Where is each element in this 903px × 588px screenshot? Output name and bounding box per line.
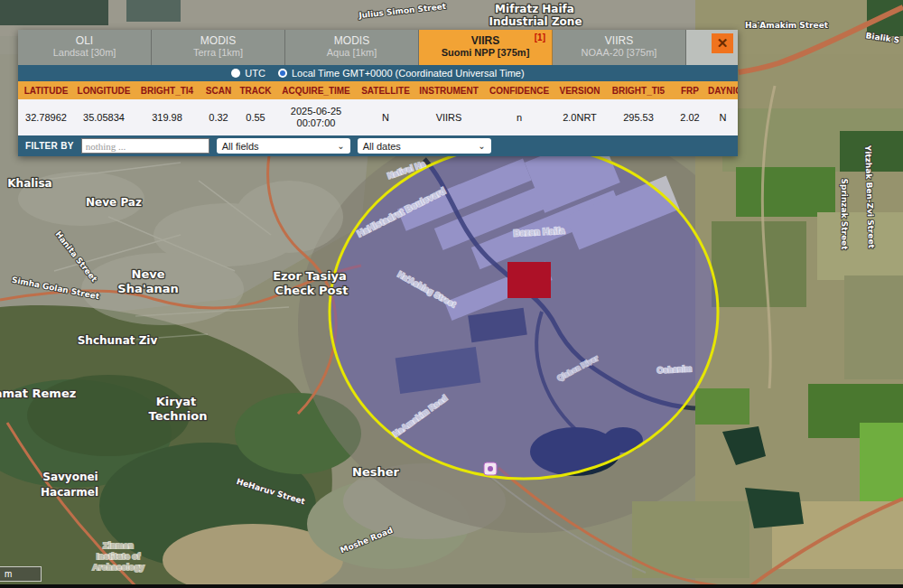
poi-marker[interactable] [484,462,497,475]
scale-bar: m [0,566,42,582]
map-label-khalisa: Khalisa [7,177,51,190]
tab-sublabel: NOAA-20 [375m] [553,47,685,59]
tab-modis-aqua[interactable]: MODIS Aqua [1km] [285,30,419,65]
cell-version: 2.0NRT [554,112,605,123]
col-acquire-time: ACQUIRE_TIME [275,86,358,96]
col-latitude: LATITUDE [18,86,74,96]
cell-bright-ti5: 295.53 [605,112,672,123]
tab-sublabel: Aqua [1km] [285,47,418,59]
filter-by-label: FILTER BY [25,141,74,151]
map-label-neve-shaanan-1: Neve [132,267,165,281]
map-label-savyonei: Savyonei [42,471,98,483]
col-frp: FRP [672,86,708,96]
firms-data-popup: OLI Landsat [30m] MODIS Terra [1km] MODI… [18,30,738,156]
table-header: LATITUDE LONGITUDE BRIGHT_TI4 SCAN TRACK… [18,81,738,99]
map-label-shchunat-ziv: Shchunat Ziv [78,334,158,347]
col-track: TRACK [237,86,275,96]
local-time-label: Local Time GMT+0000 (Coordinated Univers… [292,68,525,79]
map-label-hacarmel: Hacarmel [41,486,98,499]
cell-instrument: VIIRS [414,112,484,123]
fields-select[interactable]: All fields ⌄ [217,138,350,154]
tab-viirs-suomi-npp[interactable]: [1] VIIRS Suomi NPP [375m] [419,30,553,65]
utc-radio-option[interactable]: UTC [231,68,265,79]
cell-acquire-time: 2025-06-25 00:07:00 [275,106,358,129]
tab-label: VIIRS [419,34,552,47]
tab-label: VIIRS [553,34,685,47]
cell-confidence: n [484,112,554,123]
harbor-water [0,0,108,25]
cell-bright-ti4: 319.98 [134,112,200,123]
tab-label: OLI [18,34,151,47]
map-label-nesher: Nesher [352,465,400,479]
map-label-ezor-tasiya: Ezor Tasiya [273,269,347,283]
tab-sublabel: Terra [1km] [152,47,284,59]
dates-select-value: All dates [363,141,401,152]
cell-satellite: N [358,112,414,123]
table-row[interactable]: 32.78962 35.05834 319.98 0.32 0.55 2025-… [18,99,738,135]
col-version: VERSION [554,86,605,96]
utc-label: UTC [245,68,265,79]
dates-select[interactable]: All dates ⌄ [358,138,491,154]
cell-longitude: 35.05834 [74,112,134,123]
cell-scan: 0.32 [200,112,237,123]
col-instrument: INSTRUMENT [414,86,484,96]
col-daynight: DAYNIGHT [708,86,738,96]
map-label-ramat-remez: Ramat Remez [0,387,76,400]
map-label-haamakim-street: Ha'Amakim Street [745,21,829,30]
radio-selected-icon [278,69,287,78]
radio-icon [231,69,240,78]
cell-latitude: 32.78962 [18,112,74,123]
tab-bar: OLI Landsat [30m] MODIS Terra [1km] MODI… [18,30,738,65]
chevron-down-icon: ⌄ [337,141,344,151]
map-label-kiryat: Kiryat [156,395,196,408]
filter-bar: FILTER BY All fields ⌄ All dates ⌄ [18,135,738,156]
tab-modis-terra[interactable]: MODIS Terra [1km] [152,30,285,65]
tab-badge: [1] [535,33,545,42]
fields-select-value: All fields [222,141,259,152]
tab-oli-landsat[interactable]: OLI Landsat [30m] [18,30,152,65]
chevron-down-icon: ⌄ [478,141,485,151]
detection-radius-overlay [330,145,718,479]
harbor-water2 [126,0,181,22]
map-label-sprinzak-street: Sprinzak Street [840,178,849,250]
map-label-mifratz-haifa: Mifratz Haifa [495,3,574,15]
map-label-archaeology: Archaeology [92,562,144,572]
col-scan: SCAN [200,86,237,96]
fire-detection-marker[interactable] [507,262,551,298]
col-satellite: SATELLITE [358,86,414,96]
cell-track: 0.55 [237,112,275,123]
cell-frp: 2.02 [672,112,708,123]
bottom-strip [0,584,903,588]
local-time-radio-option[interactable]: Local Time GMT+0000 (Coordinated Univers… [278,68,525,79]
col-bright-ti5: BRIGHT_TI5 [605,86,672,96]
col-longitude: LONGITUDE [74,86,134,96]
map-label-check-post: Check Post [275,284,349,297]
col-bright-ti4: BRIGHT_TI4 [134,86,200,96]
filter-input[interactable] [81,138,209,154]
tab-label: MODIS [152,34,284,47]
tab-label: MODIS [285,34,418,47]
firms-map-stage: Julius Simon Street Mifratz Haifa Indust… [0,0,903,588]
tab-bar-filler: ✕ [686,30,738,65]
acquire-time: 00:07:00 [275,117,358,129]
map-label-neve-paz: Neve Paz [86,196,142,209]
map-label-industrial-zone: Industrial Zone [489,15,582,28]
timezone-bar: UTC Local Time GMT+0000 (Coordinated Uni… [18,65,738,81]
map-label-neve-shaanan-2: Sha'anan [117,282,178,295]
cell-daynight: N [708,112,738,123]
map-label-zinman: Zinman [103,540,134,550]
map-label-technion: Technion [149,409,208,423]
tab-sublabel: Suomi NPP [375m] [419,47,552,59]
tab-viirs-noaa-20[interactable]: VIIRS NOAA-20 [375m] [553,30,686,65]
acquire-date: 2025-06-25 [275,106,358,117]
map-label-oshanim: Oshanim [656,364,692,375]
map-label-institute-of: Institute of [97,551,141,561]
tab-sublabel: Landsat [30m] [18,47,151,59]
close-button[interactable]: ✕ [712,33,733,53]
col-confidence: CONFIDENCE [484,86,554,96]
